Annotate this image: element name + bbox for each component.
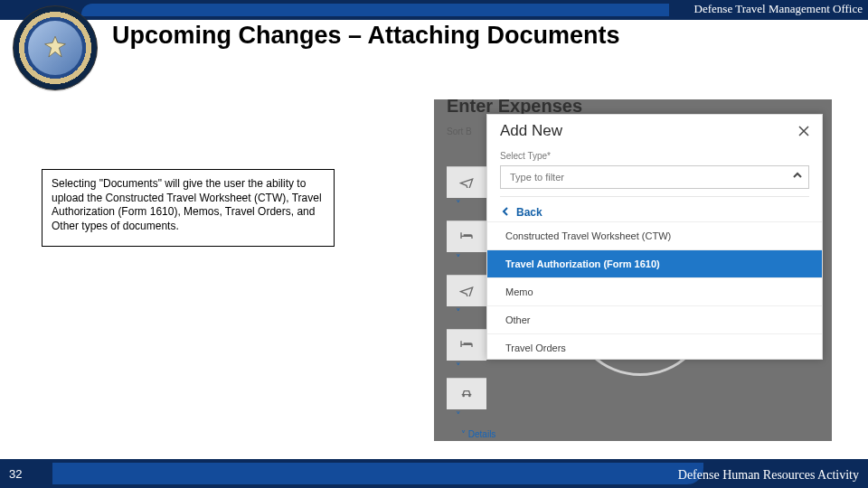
option-memo[interactable]: Memo	[487, 277, 822, 305]
header-org-label: Defense Travel Management Office	[694, 2, 863, 16]
select-type-label: Select Type*	[500, 151, 551, 161]
chevron-down-icon: ˅	[461, 429, 468, 439]
expense-row-icon: ˅	[447, 329, 486, 361]
app-screenshot: Enter Expenses Sort B ˅ ˅ ˅ ˅ ˅ ˅ Detail…	[434, 99, 832, 441]
back-label: Back	[516, 206, 542, 219]
car-icon	[459, 385, 474, 403]
option-travel-orders[interactable]: Travel Orders	[487, 333, 822, 361]
option-ctw[interactable]: Constructed Travel Worksheet (CTW)	[487, 221, 822, 249]
expense-row-icon: ˅	[447, 166, 486, 198]
seal-eagle-icon	[28, 21, 82, 75]
details-link[interactable]: ˅ Details	[461, 429, 495, 439]
document-type-list: Constructed Travel Worksheet (CTW) Trave…	[487, 221, 822, 361]
expense-row-icon: ˅	[447, 221, 486, 252]
slide-title: Upcoming Changes – Attaching Documents	[112, 22, 620, 50]
airplane-icon	[459, 282, 474, 300]
details-label: Details	[468, 429, 496, 439]
expense-row-icon: ˅	[447, 378, 486, 409]
modal-title: Add New	[500, 122, 562, 140]
bed-icon	[459, 336, 474, 354]
chevron-down-icon: ˅	[456, 199, 461, 211]
back-button[interactable]: Back	[500, 196, 809, 224]
chevron-down-icon: ˅	[456, 253, 461, 265]
chevron-down-icon: ˅	[456, 410, 461, 422]
caption-box: Selecting "Documents" will give the user…	[42, 169, 335, 247]
add-new-modal: Add New Select Type* Back Constructed Tr…	[486, 114, 823, 360]
expense-row-icon: ˅	[447, 275, 486, 306]
option-travel-authorization[interactable]: Travel Authorization (Form 1610)	[487, 249, 822, 277]
chevron-up-icon[interactable]	[791, 169, 804, 182]
type-filter-input[interactable]	[500, 165, 809, 189]
footer-bar-accent	[52, 463, 703, 484]
page-number: 32	[9, 467, 22, 481]
chevron-left-icon	[500, 206, 511, 220]
dod-seal-logo	[13, 5, 98, 90]
airplane-icon	[459, 174, 474, 192]
footer-org-label: Defense Human Resources Activity	[678, 468, 859, 483]
chevron-down-icon: ˅	[456, 361, 461, 373]
bed-icon	[459, 228, 474, 246]
chevron-down-icon: ˅	[456, 307, 461, 319]
close-icon[interactable]	[797, 124, 811, 138]
header-bar-accent	[81, 4, 669, 16]
option-other[interactable]: Other	[487, 305, 822, 333]
